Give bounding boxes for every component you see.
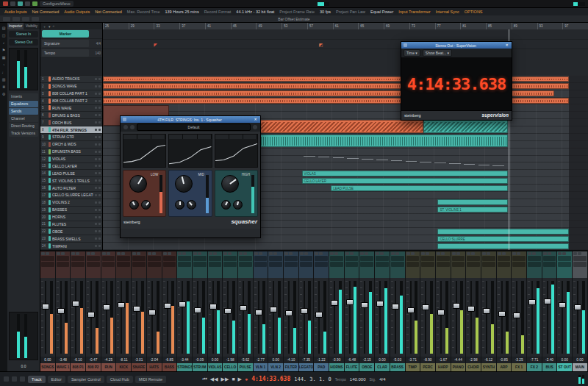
fader-cap[interactable] — [513, 312, 520, 318]
channel-name[interactable]: LEGATO — [299, 363, 314, 371]
fader-cap[interactable] — [544, 299, 551, 304]
channel-name[interactable]: VLN 1 — [254, 363, 268, 371]
mode-select[interactable]: Show Beat... ▾ — [423, 49, 452, 57]
inserts-slot[interactable] — [482, 256, 495, 261]
mixer-channel[interactable]: -5.03BRASS — [390, 251, 406, 371]
inserts-slot[interactable] — [71, 256, 85, 261]
channel-fader[interactable] — [40, 278, 55, 357]
status-item[interactable]: Not Connected — [95, 10, 122, 14]
ruler-bar-number[interactable]: 93 — [537, 23, 543, 29]
sends-slot[interactable] — [315, 262, 328, 267]
track-row[interactable]: 24TIMPANI — [40, 243, 102, 250]
solo-button[interactable] — [334, 252, 338, 255]
mixer-channel[interactable]: -2.04HATS — [147, 251, 162, 371]
mixer-channel[interactable]: -4.25RUN — [101, 251, 117, 371]
fader-cap[interactable] — [346, 299, 354, 305]
channel-fader[interactable] — [208, 278, 223, 357]
sends-slot[interactable] — [498, 262, 511, 267]
settings-icon[interactable]: ⚙ — [2, 93, 5, 96]
fader-cap[interactable] — [209, 304, 217, 310]
mute-button[interactable] — [95, 179, 97, 182]
solo-button[interactable] — [98, 114, 101, 116]
channel-name[interactable]: PIANO — [451, 363, 466, 371]
solo-button[interactable] — [304, 252, 308, 255]
mixer-channel[interactable]: -2.40BUS — [542, 251, 558, 371]
tab-sampler-control[interactable]: Sampler Control — [68, 376, 104, 383]
ruler-bar-number[interactable]: 29 — [129, 23, 135, 29]
audio-event[interactable]: CELLO LAYER — [302, 178, 509, 184]
channel-fader[interactable] — [390, 278, 405, 357]
global-track-name[interactable]: Signature — [42, 40, 89, 47]
channel-name[interactable]: RUN — [101, 363, 116, 371]
inserts-slot[interactable] — [345, 256, 359, 261]
ruler-bar-number[interactable]: 25 — [103, 23, 109, 29]
solo-button[interactable] — [98, 100, 101, 102]
fader-cap[interactable] — [574, 304, 581, 310]
mute-button[interactable] — [95, 230, 97, 232]
bypass-button[interactable] — [123, 125, 128, 129]
mixer-channel[interactable]: -2.15OBOE — [359, 251, 375, 371]
sends-slot[interactable] — [391, 262, 404, 267]
fader-cap[interactable] — [194, 307, 201, 313]
channel-fader[interactable] — [420, 278, 435, 357]
inserts-slot[interactable] — [528, 256, 541, 261]
ruler-bar-number[interactable]: 81 — [460, 23, 466, 29]
solo-button[interactable] — [98, 158, 101, 160]
mute-button[interactable] — [223, 252, 227, 255]
mute-button[interactable] — [95, 187, 97, 189]
channel-fader[interactable] — [147, 278, 162, 357]
track-row[interactable]: 2SONGS WAVE — [40, 83, 102, 90]
solo-button[interactable] — [548, 252, 551, 255]
close-icon[interactable]: ✕ — [504, 42, 509, 49]
channel-name[interactable]: SNARE — [132, 363, 146, 371]
sends-slot[interactable] — [193, 262, 207, 267]
mute-button[interactable] — [284, 252, 288, 255]
mute-button[interactable] — [239, 252, 243, 255]
audio-event[interactable] — [254, 135, 509, 148]
ruler-bar-number[interactable]: 77 — [435, 23, 441, 29]
mixer-channel[interactable]: -3.71TIMP — [406, 251, 421, 371]
channel-name[interactable]: PULSE — [238, 363, 253, 371]
tab-track[interactable]: Track — [28, 376, 46, 383]
channel-name[interactable]: FX 2 — [527, 363, 542, 371]
inserts-slot[interactable] — [360, 256, 373, 261]
mixer-channel[interactable]: -3.44STRINGS — [177, 251, 193, 371]
fader-cap[interactable] — [240, 305, 247, 311]
status-item[interactable]: OPTIONS — [465, 10, 483, 14]
solo-button[interactable] — [98, 85, 101, 87]
mute-button[interactable] — [452, 252, 456, 255]
solo-button[interactable] — [61, 252, 65, 255]
channel-name[interactable]: CELLO — [223, 363, 237, 371]
mixer-channel[interactable]: 0.00CLAR — [375, 251, 390, 371]
tab-cloud-hub[interactable]: Cloud Hub — [107, 376, 133, 383]
track-row[interactable]: 17CELLO SLURRE LEGATO — [40, 192, 102, 199]
mixer-channel[interactable]: -8.11KICK — [116, 251, 132, 371]
ruler-bar-number[interactable]: 49 — [256, 23, 262, 29]
channel-fader[interactable] — [56, 278, 71, 357]
mute-button[interactable] — [95, 223, 97, 225]
ruler-bar-number[interactable]: 61 — [333, 23, 339, 29]
inserts-slot[interactable] — [421, 256, 434, 261]
track-row[interactable]: 22OBOE — [40, 228, 102, 235]
fader-cap[interactable] — [87, 312, 95, 318]
inserts-slot[interactable] — [87, 256, 100, 261]
tempo-value[interactable]: 140.000 — [350, 377, 366, 382]
solo-button[interactable] — [98, 129, 101, 131]
solo-button[interactable] — [137, 252, 140, 255]
channel-fader[interactable] — [557, 278, 572, 357]
solo-button[interactable] — [441, 252, 445, 255]
ruler-bar-number[interactable]: 41 — [205, 23, 211, 29]
fader-cap[interactable] — [224, 308, 232, 314]
inserts-slot[interactable] — [209, 256, 222, 261]
solo-button[interactable] — [98, 216, 101, 218]
channel-name[interactable]: HARP — [436, 363, 451, 371]
inspector-section[interactable]: Track Versions — [9, 130, 38, 137]
squash-knob[interactable] — [221, 175, 239, 193]
track-row[interactable]: 12VIOLAS — [40, 156, 102, 163]
status-item[interactable]: 30 fps — [320, 10, 331, 14]
solo-button[interactable] — [98, 209, 101, 211]
inspector-section[interactable]: Channel — [9, 115, 38, 122]
fader-cap[interactable] — [467, 306, 475, 312]
sends-slot[interactable] — [482, 262, 495, 267]
fader-cap[interactable] — [453, 303, 460, 309]
